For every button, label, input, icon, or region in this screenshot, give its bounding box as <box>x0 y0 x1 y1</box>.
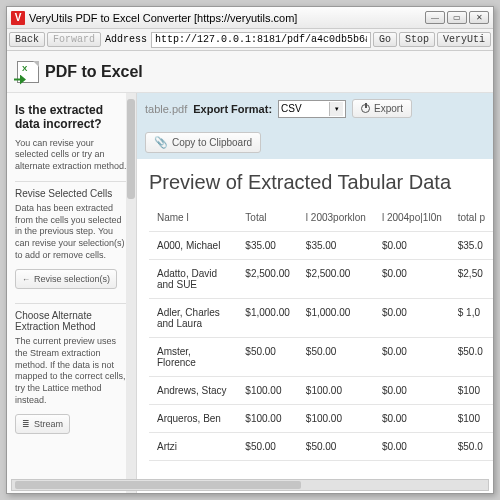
table-cell: $0.00 <box>374 260 450 299</box>
table-cell: $0.00 <box>374 299 450 338</box>
table-row[interactable]: Adler, Charles and Laura$1,000.00$1,000.… <box>149 299 493 338</box>
forward-button[interactable]: Forward <box>47 32 101 47</box>
address-input[interactable] <box>151 32 371 48</box>
table-row[interactable]: Artzi$50.00$50.00$0.00$50.0 <box>149 433 493 461</box>
power-icon <box>361 104 370 113</box>
export-toolbar: table.pdf Export Format: CSV ▾ Export 📎 … <box>137 93 493 159</box>
table-row[interactable]: Amster, Florence$50.00$50.00$0.00$50.0 <box>149 338 493 377</box>
table-cell: $50.00 <box>298 338 374 377</box>
table-cell: $0.00 <box>374 338 450 377</box>
preview-heading: Preview of Extracted Tabular Data <box>137 159 493 204</box>
address-bar: Back Forward Address Go Stop VeryUti <box>7 29 493 51</box>
sidebar-heading: Is the extracted data incorrect? <box>15 103 128 132</box>
pdf-to-excel-icon: X <box>17 61 39 83</box>
window-title: VeryUtils PDF to Excel Converter [https:… <box>29 12 425 24</box>
column-header: l 2004po|1l0n <box>374 204 450 232</box>
table-cell: Adler, Charles and Laura <box>149 299 237 338</box>
table-cell: $50.0 <box>450 338 493 377</box>
table-cell: $0.00 <box>374 433 450 461</box>
copy-button-label: Copy to Clipboard <box>172 137 252 148</box>
revise-selection-button[interactable]: ← Revise selection(s) <box>15 269 117 289</box>
brand-button[interactable]: VeryUti <box>437 32 491 47</box>
table-cell: $100.00 <box>298 405 374 433</box>
table-cell: $100.00 <box>237 377 298 405</box>
main-panel: table.pdf Export Format: CSV ▾ Export 📎 … <box>137 93 493 493</box>
table-cell: $50.00 <box>237 433 298 461</box>
table-cell: $2,500.00 <box>237 260 298 299</box>
table-cell: Artzi <box>149 433 237 461</box>
column-header: Name l <box>149 204 237 232</box>
data-table-wrap: Name lTotall 2003porklonl 2004po|1l0ntot… <box>137 204 493 493</box>
app-window: V VeryUtils PDF to Excel Converter [http… <box>6 6 494 494</box>
table-row[interactable]: Adatto, David and SUE$2,500.00$2,500.00$… <box>149 260 493 299</box>
table-cell: Amster, Florence <box>149 338 237 377</box>
table-cell: $35.00 <box>298 232 374 260</box>
stop-button[interactable]: Stop <box>399 32 435 47</box>
column-header: l 2003porklon <box>298 204 374 232</box>
app-icon: V <box>11 11 25 25</box>
table-cell: $100.00 <box>298 377 374 405</box>
back-arrow-icon: ← <box>22 275 30 284</box>
column-header: Total <box>237 204 298 232</box>
table-cell: Adatto, David and SUE <box>149 260 237 299</box>
sidebar-intro-text: You can revise your selected cells or tr… <box>15 138 128 173</box>
export-format-label: Export Format: <box>193 103 272 115</box>
content-area: X PDF to Excel Is the extracted data inc… <box>7 51 493 493</box>
table-cell: $50.0 <box>450 433 493 461</box>
close-button[interactable]: ✕ <box>469 11 489 24</box>
table-cell: $ 1,0 <box>450 299 493 338</box>
table-cell: $1,000.00 <box>237 299 298 338</box>
chevron-down-icon: ▾ <box>329 102 343 116</box>
sidebar: Is the extracted data incorrect? You can… <box>7 93 137 493</box>
export-format-select[interactable]: CSV ▾ <box>278 100 346 118</box>
revise-button-label: Revise selection(s) <box>34 274 110 284</box>
alt-method-title: Choose Alternate Extraction Method <box>15 310 128 332</box>
stream-button-label: Stream <box>34 419 63 429</box>
sidebar-scrollbar[interactable] <box>126 93 136 493</box>
table-cell: $35.0 <box>450 232 493 260</box>
table-cell: Andrews, Stacy <box>149 377 237 405</box>
horizontal-scrollbar[interactable] <box>11 479 489 491</box>
source-file-label: table.pdf <box>145 103 187 115</box>
back-button[interactable]: Back <box>9 32 45 47</box>
table-cell: $0.00 <box>374 377 450 405</box>
export-button-label: Export <box>374 103 403 114</box>
alt-method-text: The current preview uses the Stream extr… <box>15 336 128 406</box>
column-header: total p <box>450 204 493 232</box>
header-strip: X PDF to Excel <box>7 51 493 93</box>
table-cell: $50.00 <box>237 338 298 377</box>
address-label: Address <box>103 34 149 45</box>
paperclip-icon: 📎 <box>154 136 168 149</box>
table-cell: $100.00 <box>237 405 298 433</box>
table-row[interactable]: Andrews, Stacy$100.00$100.00$0.00$100 <box>149 377 493 405</box>
brand-title: PDF to Excel <box>45 63 143 81</box>
table-cell: $0.00 <box>374 232 450 260</box>
go-button[interactable]: Go <box>373 32 397 47</box>
stream-method-button[interactable]: ≣ Stream <box>15 414 70 434</box>
copy-clipboard-button[interactable]: 📎 Copy to Clipboard <box>145 132 261 153</box>
export-format-value: CSV <box>281 103 302 114</box>
table-cell: Arqueros, Ben <box>149 405 237 433</box>
table-cell: $1,000.00 <box>298 299 374 338</box>
list-icon: ≣ <box>22 419 30 429</box>
table-row[interactable]: Arqueros, Ben$100.00$100.00$0.00$100 <box>149 405 493 433</box>
revise-section-title: Revise Selected Cells <box>15 188 128 199</box>
table-cell: $2,500.00 <box>298 260 374 299</box>
revise-section-text: Data has been extracted from the cells y… <box>15 203 128 261</box>
maximize-button[interactable]: ▭ <box>447 11 467 24</box>
minimize-button[interactable]: — <box>425 11 445 24</box>
table-cell: $100 <box>450 405 493 433</box>
title-bar: V VeryUtils PDF to Excel Converter [http… <box>7 7 493 29</box>
table-cell: $2,50 <box>450 260 493 299</box>
table-row[interactable]: A000, Michael$35.00$35.00$0.00$35.0 <box>149 232 493 260</box>
table-cell: A000, Michael <box>149 232 237 260</box>
table-cell: $50.00 <box>298 433 374 461</box>
table-cell: $100 <box>450 377 493 405</box>
export-button[interactable]: Export <box>352 99 412 118</box>
table-cell: $35.00 <box>237 232 298 260</box>
data-table: Name lTotall 2003porklonl 2004po|1l0ntot… <box>149 204 493 461</box>
table-cell: $0.00 <box>374 405 450 433</box>
